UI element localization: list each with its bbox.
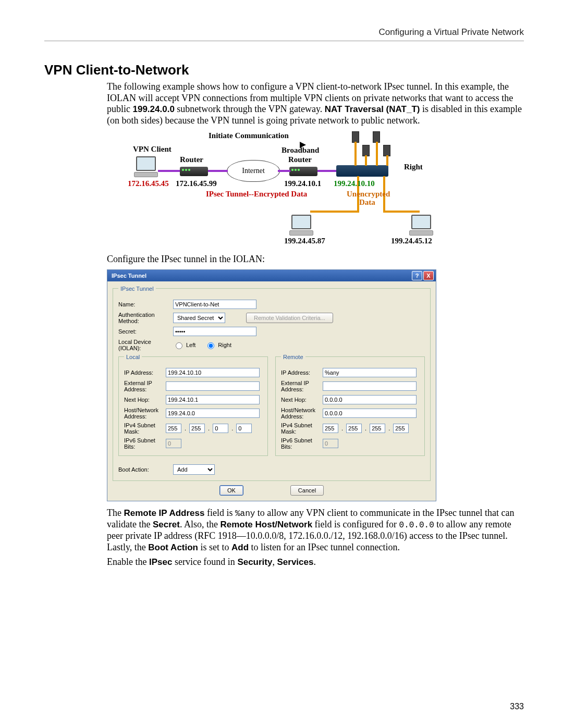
local-legend: Local bbox=[124, 354, 142, 360]
page-number: 333 bbox=[510, 702, 524, 711]
local-mask-1[interactable] bbox=[189, 424, 205, 433]
label-vpn-client: VPN Client bbox=[133, 145, 172, 154]
label-router1: Router bbox=[180, 155, 203, 164]
remote-nexthop-input[interactable] bbox=[323, 395, 417, 404]
remote-mask-0[interactable] bbox=[323, 424, 338, 433]
label-tunnel: IPsec Tunnel--Encrypted Data bbox=[206, 190, 307, 199]
local-mask-2[interactable] bbox=[213, 424, 228, 433]
link-orange bbox=[386, 155, 388, 166]
intro-paragraph: The following example shows how to confi… bbox=[107, 81, 524, 126]
local-device-label: Local Device (IOLAN): bbox=[118, 339, 173, 351]
close-button[interactable]: X bbox=[423, 271, 434, 280]
ip-pc2: 199.24.45.12 bbox=[391, 237, 432, 245]
local-hostnet-label: Host/Network Address: bbox=[124, 407, 166, 419]
section-title: VPN Client-to-Network bbox=[44, 62, 524, 78]
pc1-icon bbox=[289, 215, 313, 235]
ip-right: 199.24.10.10 bbox=[334, 179, 375, 188]
local-ip-label: IP Address: bbox=[124, 369, 166, 376]
link-purple bbox=[158, 170, 180, 172]
remote-ip-input[interactable] bbox=[323, 368, 417, 377]
local-mask-label: IPv4 Subnet Mask: bbox=[124, 422, 166, 435]
group-ipsec-tunnel: IPsec Tunnel Name: Authentication Method… bbox=[113, 286, 431, 481]
local-mask-0[interactable] bbox=[166, 424, 181, 433]
remote-validation-button: Remote Validation Criteria... bbox=[246, 313, 333, 323]
remote-v6-input bbox=[323, 439, 338, 448]
network-diagram: Initiate Communication VPN Client Broadb… bbox=[128, 131, 440, 249]
titlebar: IPsec Tunnel ? X bbox=[107, 270, 436, 281]
config-intro: Configure the IPsec tunnel in the IOLAN: bbox=[107, 254, 524, 265]
radio-left-label[interactable]: Left bbox=[173, 341, 195, 349]
explain-paragraph: The Remote IP Address field is %any to a… bbox=[107, 508, 524, 553]
para1-b: 199.24.0.0 bbox=[133, 104, 175, 114]
cancel-button[interactable]: Cancel bbox=[290, 485, 324, 496]
auth-label: Authentication Method: bbox=[118, 312, 173, 324]
local-ip-input[interactable] bbox=[166, 368, 260, 377]
radio-right-label[interactable]: Right bbox=[205, 341, 231, 349]
group-remote: Remote IP Address: External IP Address: … bbox=[275, 354, 425, 456]
remote-legend: Remote bbox=[281, 354, 305, 360]
link-orange bbox=[310, 211, 359, 213]
server-icon bbox=[362, 145, 370, 156]
header-right-text: Configuring a Virtual Private Network bbox=[44, 27, 524, 38]
remote-ext-label: External IP Address: bbox=[281, 380, 323, 392]
local-hostnet-input[interactable] bbox=[166, 409, 260, 418]
router1-icon bbox=[180, 167, 208, 176]
local-v6-input bbox=[166, 439, 181, 448]
remote-hostnet-label: Host/Network Address: bbox=[281, 407, 323, 419]
router2-icon bbox=[289, 167, 317, 176]
remote-mask-2[interactable] bbox=[370, 424, 385, 433]
help-button[interactable]: ? bbox=[412, 271, 422, 280]
local-nexthop-label: Next Hop: bbox=[124, 397, 166, 403]
remote-mask-label: IPv4 Subnet Mask: bbox=[281, 422, 323, 435]
remote-v6-label: IPv6 Subnet Bits: bbox=[281, 437, 323, 450]
secret-label: Secret: bbox=[118, 328, 173, 335]
ip-router2: 199.24.10.1 bbox=[284, 179, 321, 188]
remote-nexthop-label: Next Hop: bbox=[281, 397, 323, 403]
vpn-client-pc-icon bbox=[134, 156, 158, 176]
remote-hostnet-input[interactable] bbox=[323, 409, 417, 418]
enable-paragraph: Enable the IPsec service found in Securi… bbox=[107, 557, 524, 568]
remote-mask-1[interactable] bbox=[346, 424, 362, 433]
para1-d: NAT Traversal (NAT_T) bbox=[325, 104, 420, 114]
label-router2: Router bbox=[288, 155, 312, 164]
group-local: Local IP Address: External IP Address: N… bbox=[118, 354, 268, 456]
label-data: Data bbox=[359, 198, 375, 207]
auth-method-select[interactable]: Shared Secret bbox=[173, 313, 225, 323]
local-nexthop-input[interactable] bbox=[166, 395, 260, 404]
name-input[interactable] bbox=[173, 300, 256, 309]
boot-action-select[interactable]: Add bbox=[173, 464, 215, 475]
remote-ext-input[interactable] bbox=[323, 381, 417, 391]
ip-pc1: 199.24.45.87 bbox=[284, 237, 325, 245]
local-ext-label: External IP Address: bbox=[124, 380, 166, 392]
ip-vpnclient: 172.16.45.45 bbox=[128, 179, 169, 188]
para1-c: subnetwork through the VPN gateway. bbox=[175, 104, 325, 114]
link-orange bbox=[354, 142, 357, 166]
link-purple bbox=[208, 170, 228, 172]
group-main-legend: IPsec Tunnel bbox=[118, 286, 156, 292]
server-icon bbox=[373, 131, 380, 143]
remote-ip-label: IP Address: bbox=[281, 369, 323, 376]
boot-action-label: Boot Action: bbox=[118, 466, 173, 473]
ok-button[interactable]: OK bbox=[219, 485, 243, 496]
remote-mask-3[interactable] bbox=[393, 424, 409, 433]
link-orange bbox=[383, 211, 420, 213]
secret-input[interactable] bbox=[173, 327, 256, 336]
radio-left[interactable] bbox=[176, 342, 182, 349]
local-ext-input[interactable] bbox=[166, 381, 260, 391]
local-mask-3[interactable] bbox=[236, 424, 252, 433]
pc2-icon bbox=[409, 215, 433, 235]
link-orange bbox=[365, 155, 367, 166]
header-rule bbox=[44, 41, 524, 41]
internet-cloud: Internet bbox=[227, 160, 280, 182]
name-label: Name: bbox=[118, 301, 173, 307]
label-unenc: Unencrypted bbox=[347, 190, 390, 199]
label-right: Right bbox=[404, 163, 423, 171]
label-broadband: Broadband bbox=[282, 146, 319, 155]
link-purple bbox=[278, 170, 290, 172]
local-v6-label: IPv6 Subnet Bits: bbox=[124, 437, 166, 450]
iolan-switch-icon bbox=[336, 165, 388, 177]
radio-right[interactable] bbox=[207, 342, 214, 349]
link-orange bbox=[376, 142, 378, 166]
link-purple bbox=[317, 170, 336, 172]
ipsec-tunnel-dialog: IPsec Tunnel ? X IPsec Tunnel Name: Auth… bbox=[107, 269, 436, 501]
